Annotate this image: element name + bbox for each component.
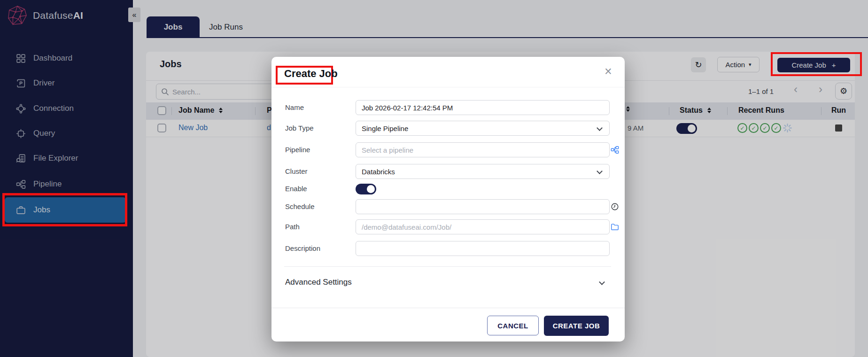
modal-title: Create Job: [284, 68, 338, 80]
divider: [271, 308, 625, 308]
app-root: DatafuseAI Dashboard Driver Connection: [0, 0, 868, 357]
field-label-description: Description: [285, 244, 320, 252]
close-icon[interactable]: ×: [600, 63, 616, 79]
chevron-down-icon: [597, 168, 603, 174]
cluster-select[interactable]: Databricks: [356, 164, 610, 179]
pipeline-field[interactable]: [356, 142, 610, 157]
divider: [284, 266, 611, 267]
cancel-button[interactable]: CANCEL: [487, 316, 539, 335]
divider: [271, 87, 625, 87]
chevron-down-icon[interactable]: [599, 279, 605, 285]
field-label-pipeline: Pipeline: [285, 146, 310, 154]
name-field[interactable]: [356, 100, 610, 115]
field-label-enable: Enable: [285, 185, 307, 193]
job-type-select[interactable]: Single Pipeline: [356, 121, 610, 136]
field-label-cluster: Cluster: [285, 167, 308, 175]
pipeline-picker-icon[interactable]: [611, 146, 619, 154]
description-field[interactable]: [356, 241, 610, 256]
field-label-name: Name: [285, 103, 304, 111]
folder-icon[interactable]: [611, 223, 619, 231]
create-job-modal: Create Job × Name Job Type Single Pipeli…: [271, 57, 625, 341]
field-label-job-type: Job Type: [285, 124, 314, 132]
field-label-path: Path: [285, 223, 300, 231]
schedule-field[interactable]: [356, 199, 610, 214]
path-field[interactable]: [356, 219, 610, 234]
create-job-submit-button[interactable]: CREATE JOB: [544, 316, 609, 336]
chevron-down-icon: [597, 125, 603, 131]
field-label-schedule: Schedule: [285, 202, 315, 210]
enable-toggle[interactable]: [356, 184, 376, 194]
clock-icon[interactable]: [611, 202, 619, 211]
advanced-settings-toggle[interactable]: Advanced Settings: [285, 278, 352, 287]
